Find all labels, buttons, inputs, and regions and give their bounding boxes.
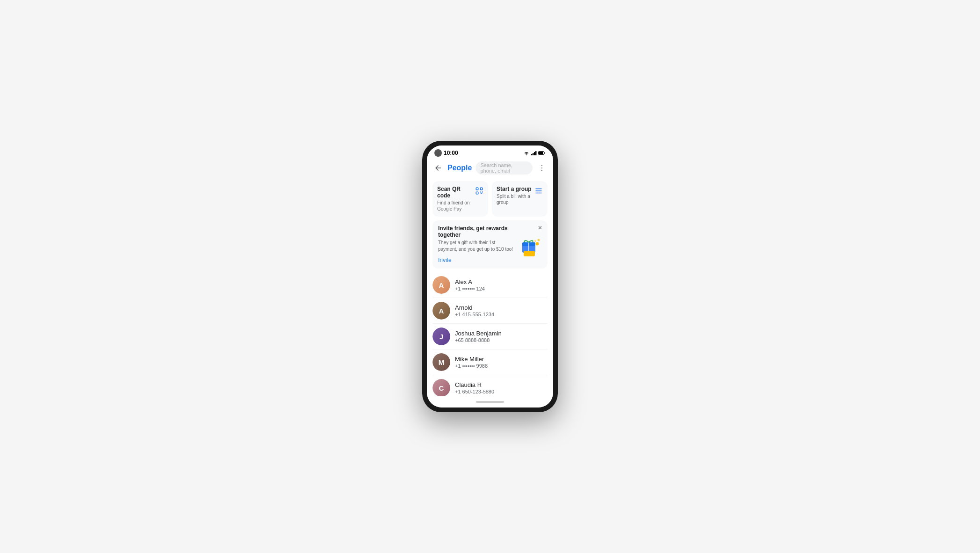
svg-rect-2 (533, 153, 534, 155)
contact-phone: +1 ••••••• 124 (455, 286, 548, 291)
home-bar (476, 401, 504, 403)
start-group-titles: Start a group Split a bill with a group (497, 186, 534, 205)
start-group-card[interactable]: Start a group Split a bill with a group (492, 181, 548, 217)
close-invite-button[interactable]: ✕ (536, 224, 544, 232)
svg-rect-4 (535, 151, 537, 155)
contact-phone: +1 415-555-1234 (455, 312, 548, 317)
svg-rect-20 (535, 193, 542, 194)
contact-info: Arnold +1 415-555-1234 (455, 304, 548, 317)
avatar: A (432, 276, 450, 294)
invite-link[interactable]: Invite (438, 257, 452, 263)
avatar-face: A (432, 302, 450, 320)
contact-info: Alex A +1 ••••••• 124 (455, 278, 548, 291)
contact-name: Alex A (455, 278, 548, 285)
svg-point-0 (526, 154, 527, 155)
content-area: Scan QR code Find a friend on Google Pay (427, 177, 553, 396)
phone-shell: 10:00 (422, 141, 558, 412)
phone-screen: 10:00 (427, 146, 553, 407)
invite-content: Invite friends, get rewards together The… (438, 225, 515, 264)
contact-list: A Alex A +1 ••••••• 124 A Arnold +1 415-… (427, 272, 553, 396)
status-time: 10:00 (444, 150, 458, 156)
svg-rect-1 (531, 154, 533, 155)
avatar-face: C (432, 379, 450, 396)
contact-name: Claudia R (455, 381, 548, 388)
contact-name: Joshua Benjamin (455, 330, 548, 337)
status-left: 10:00 (434, 149, 458, 157)
more-options-button[interactable] (536, 162, 548, 174)
svg-point-8 (541, 165, 542, 166)
contact-name: Arnold (455, 304, 548, 311)
svg-rect-12 (480, 188, 483, 190)
avatar: A (432, 302, 450, 320)
contact-info: Joshua Benjamin +65 8888-8888 (455, 330, 548, 343)
contact-item[interactable]: C Claudia R +1 650-123-5880 (432, 375, 548, 396)
start-group-subtitle: Split a bill with a group (497, 193, 534, 205)
qr-icon (475, 186, 483, 196)
svg-rect-7 (544, 153, 545, 154)
back-button[interactable] (432, 162, 444, 174)
search-placeholder-text: Search name, phone, email (480, 162, 528, 174)
invite-title: Invite friends, get rewards together (438, 225, 515, 238)
action-cards: Scan QR code Find a friend on Google Pay (427, 177, 553, 220)
contact-info: Mike Miller +1 ••••••• 9988 (455, 356, 548, 369)
scan-qr-card[interactable]: Scan QR code Find a friend on Google Pay (432, 181, 488, 217)
page-title: People (447, 164, 472, 172)
svg-point-25 (535, 242, 539, 245)
svg-point-9 (541, 167, 542, 168)
avatar-face: A (432, 276, 450, 294)
signal-icon (531, 151, 537, 155)
avatar: C (432, 379, 450, 396)
wifi-icon (523, 151, 530, 155)
top-bar: People Search name, phone, email (427, 159, 553, 177)
svg-point-26 (537, 239, 540, 241)
contact-phone: +1 ••••••• 9988 (455, 363, 548, 369)
group-list-icon (534, 186, 543, 196)
contact-phone: +1 650-123-5880 (455, 389, 548, 394)
svg-point-27 (534, 240, 536, 242)
svg-rect-18 (535, 189, 542, 189)
contact-item[interactable]: M Mike Miller +1 ••••••• 9988 (432, 349, 548, 375)
status-icons (523, 151, 546, 155)
svg-rect-24 (524, 251, 535, 256)
contact-item[interactable]: A Arnold +1 415-555-1234 (432, 298, 548, 324)
svg-rect-6 (539, 152, 543, 154)
avatar: M (432, 353, 450, 371)
invite-illustration (519, 230, 542, 264)
home-indicator (427, 396, 553, 407)
scan-qr-titles: Scan QR code Find a friend on Google Pay (437, 186, 475, 212)
start-group-header: Start a group Split a bill with a group (497, 186, 543, 205)
avatar-face: M (432, 353, 450, 371)
scan-qr-subtitle: Find a friend on Google Pay (437, 200, 475, 212)
svg-rect-11 (476, 188, 478, 190)
svg-point-10 (541, 170, 542, 171)
start-group-title: Start a group (497, 186, 534, 192)
svg-rect-19 (535, 190, 542, 191)
avatar-face: J (432, 327, 450, 345)
scan-qr-title: Scan QR code (437, 186, 475, 199)
scan-qr-header: Scan QR code Find a friend on Google Pay (437, 186, 483, 212)
search-input[interactable]: Search name, phone, email (476, 161, 533, 175)
contact-item[interactable]: A Alex A +1 ••••••• 124 (432, 272, 548, 298)
battery-icon (538, 151, 546, 155)
avatar: J (432, 327, 450, 345)
contact-name: Mike Miller (455, 356, 548, 363)
invite-subtitle: They get a gift with their 1st payment, … (438, 240, 515, 253)
svg-rect-13 (476, 192, 478, 194)
contact-item[interactable]: J Joshua Benjamin +65 8888-8888 (432, 324, 548, 349)
invite-banner: Invite friends, get rewards together The… (432, 220, 548, 269)
status-avatar (434, 149, 442, 157)
contact-info: Claudia R +1 650-123-5880 (455, 381, 548, 394)
contact-phone: +65 8888-8888 (455, 337, 548, 343)
svg-rect-3 (534, 152, 535, 155)
status-bar: 10:00 (427, 146, 553, 159)
